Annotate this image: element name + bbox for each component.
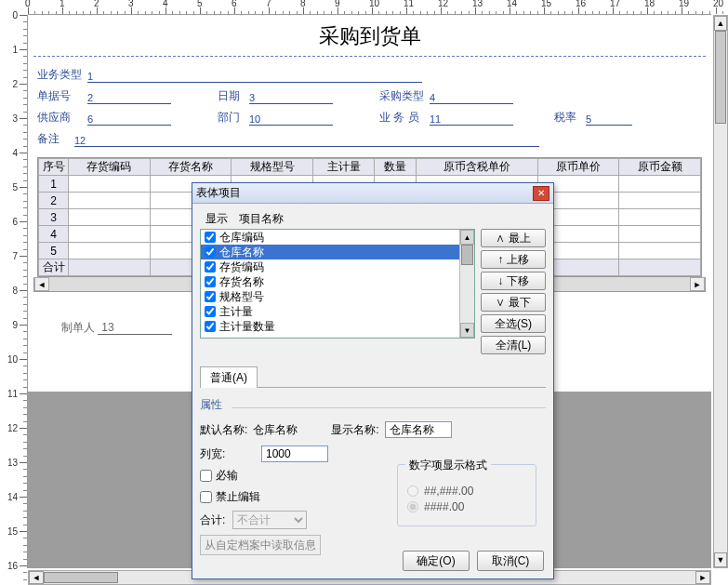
list-item[interactable]: 主计量数量 [201, 319, 474, 334]
grid-col-header[interactable]: 数量 [375, 159, 417, 176]
scroll-right-icon[interactable]: ► [690, 277, 705, 291]
scroll-left-icon[interactable]: ◄ [29, 571, 44, 584]
number-format-group: 数字项显示格式 ##,###.00 ####.00 [397, 464, 536, 526]
item-checkbox[interactable] [205, 291, 216, 302]
grid-cell[interactable] [619, 193, 701, 209]
field-tax-rate[interactable]: 5 [586, 113, 632, 126]
input-width[interactable] [261, 445, 328, 462]
label-maker: 制单人 [61, 321, 95, 334]
move-bottom-button[interactable]: ∨ 最下 [481, 293, 546, 312]
checkbox-required[interactable] [200, 470, 212, 482]
number-format-legend: 数字项显示格式 [405, 458, 491, 473]
scroll-thumb[interactable] [461, 245, 473, 265]
field-clerk[interactable]: 11 [430, 113, 513, 126]
grid-row-header[interactable]: 2 [39, 193, 69, 209]
grid-row-header[interactable]: 5 [39, 243, 69, 259]
list-item[interactable]: 存货名称 [201, 274, 474, 289]
select-none-button[interactable]: 全清(L) [481, 336, 546, 354]
item-checkbox[interactable] [205, 276, 216, 287]
grid-cell[interactable] [619, 176, 701, 193]
field-date[interactable]: 3 [249, 92, 333, 104]
label-remark: 备注 [37, 131, 74, 147]
grid-row-header[interactable]: 3 [39, 209, 69, 226]
grid-cell[interactable] [619, 209, 701, 226]
grid-cell[interactable] [69, 193, 151, 209]
scroll-thumb-v[interactable] [715, 31, 726, 124]
list-item[interactable]: 仓库编码 [201, 230, 474, 245]
item-checkbox[interactable] [205, 246, 216, 258]
list-item[interactable]: 存货编码 [201, 259, 474, 274]
grid-col-header[interactable]: 序号 [39, 159, 69, 176]
field-supplier[interactable]: 6 [87, 113, 171, 126]
item-checkbox[interactable] [205, 232, 216, 243]
radio-format-2 [407, 501, 418, 512]
scroll-thumb-h[interactable] [44, 572, 118, 583]
canvas-scrollbar-v[interactable]: ▲ ▼ [713, 15, 728, 568]
group-attributes-label: 属性 [200, 397, 546, 415]
grid-col-header[interactable]: 存货名称 [150, 159, 232, 176]
listbox-scrollbar[interactable]: ▲ ▼ [459, 230, 474, 338]
grid-col-header[interactable]: 原币含税单价 [416, 159, 537, 176]
grid-col-header[interactable]: 原币金额 [619, 159, 701, 176]
label-purchase-type: 采购类型 [379, 88, 430, 104]
scroll-right-icon[interactable]: ► [695, 571, 710, 584]
item-checkbox[interactable] [205, 261, 216, 273]
columns-dialog: 表体项目 ✕ 显示 项目名称 仓库编码仓库名称存货编码存货名称规格型号主计量主计… [192, 182, 554, 579]
field-remark[interactable]: 12 [74, 135, 539, 147]
label-default-name: 默认名称: [200, 422, 247, 438]
dialog-title: 表体项目 [196, 185, 533, 201]
grid-col-header[interactable]: 原币单价 [537, 159, 619, 176]
dialog-titlebar[interactable]: 表体项目 ✕ [192, 183, 553, 204]
grid-row-header[interactable]: 1 [39, 176, 69, 193]
item-checkbox[interactable] [205, 321, 216, 332]
checkbox-readonly[interactable] [200, 491, 212, 503]
move-top-button[interactable]: ∧ 最上 [481, 229, 546, 247]
grid-cell[interactable] [69, 176, 151, 193]
scroll-down-icon[interactable]: ▼ [460, 323, 474, 338]
close-icon[interactable]: ✕ [533, 186, 549, 201]
field-doc-no[interactable]: 2 [87, 92, 171, 104]
dialog-tabs: 普通(A) [200, 366, 546, 388]
label-clerk: 业 务 员 [379, 110, 430, 126]
page-title: 采购到货单 [33, 19, 706, 56]
radio-format-1 [407, 485, 418, 497]
label-supplier: 供应商 [37, 110, 87, 126]
ruler-horizontal: 01234567891011121314151617181920 [28, 0, 711, 15]
move-down-button[interactable]: ↓ 下移 [481, 272, 546, 290]
field-maker[interactable]: 13 [98, 321, 172, 335]
scroll-up-icon[interactable]: ▲ [714, 16, 727, 31]
columns-listbox[interactable]: 仓库编码仓库名称存货编码存货名称规格型号主计量主计量数量 ▲ ▼ [200, 229, 475, 339]
grid-col-header[interactable]: 存货编码 [69, 159, 151, 176]
grid-cell[interactable] [69, 226, 151, 243]
grid-sum-cell [69, 259, 151, 276]
label-required: 必输 [216, 468, 238, 484]
field-biz-type[interactable]: 1 [87, 71, 422, 83]
select-all-button[interactable]: 全选(S) [481, 314, 546, 333]
grid-cell[interactable] [619, 226, 701, 243]
grid-cell[interactable] [69, 209, 151, 226]
scroll-up-icon[interactable]: ▲ [460, 230, 474, 245]
list-header-show: 显示 [205, 211, 239, 227]
cancel-button[interactable]: 取消(C) [477, 551, 544, 571]
scroll-down-icon[interactable]: ▼ [714, 552, 727, 567]
tab-general[interactable]: 普通(A) [200, 366, 258, 388]
list-item[interactable]: 仓库名称 [201, 245, 474, 259]
read-archive-button: 从自定档案中读取信息 [200, 535, 321, 555]
label-display-name: 显示名称: [331, 422, 378, 438]
title-separator [33, 56, 706, 57]
field-dept[interactable]: 10 [249, 113, 333, 126]
field-purchase-type[interactable]: 4 [430, 92, 513, 104]
grid-sum-cell [619, 259, 701, 276]
move-up-button[interactable]: ↑ 上移 [481, 250, 546, 269]
grid-row-header[interactable]: 4 [39, 226, 69, 243]
input-display-name[interactable] [385, 421, 452, 438]
grid-cell[interactable] [69, 243, 151, 259]
grid-col-header[interactable]: 规格型号 [232, 159, 313, 176]
item-checkbox[interactable] [205, 306, 216, 317]
scroll-left-icon[interactable]: ◄ [34, 277, 49, 291]
grid-cell[interactable] [619, 243, 701, 259]
list-item[interactable]: 主计量 [201, 304, 474, 319]
grid-col-header[interactable]: 主计量 [313, 159, 375, 176]
list-item[interactable]: 规格型号 [201, 289, 474, 304]
ok-button[interactable]: 确定(O) [403, 551, 470, 571]
